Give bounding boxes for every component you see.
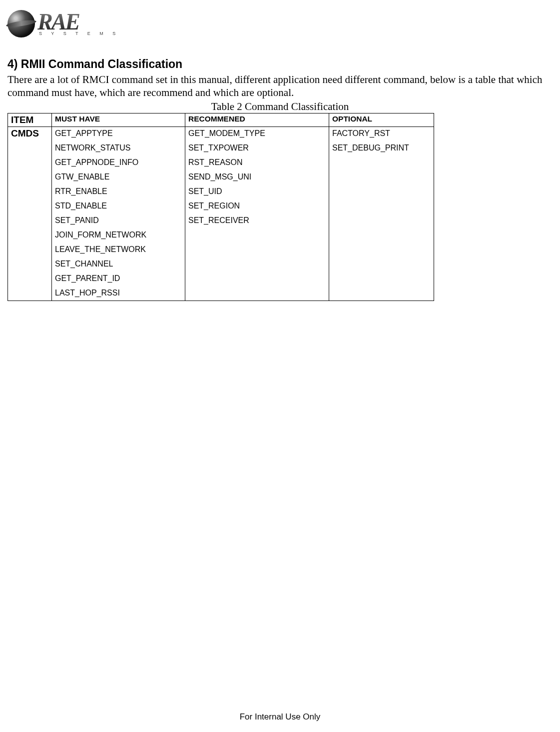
table-header-row: ITEM MUST HAVE RECOMMENED OPTIONAL — [8, 113, 434, 126]
command-item: SEND_MSG_UNI — [188, 172, 326, 182]
header-optional: OPTIONAL — [329, 113, 434, 126]
command-item: FACTORY_RST — [332, 129, 431, 138]
cell-must-have: GET_APPTYPENETWORK_STATUSGET_APPNODE_INF… — [52, 126, 185, 300]
logo: RAE S Y S T E M S — [7, 10, 553, 38]
header-must-have: MUST HAVE — [52, 113, 185, 126]
command-item: NETWORK_STATUS — [55, 144, 182, 152]
table-row: CMDS GET_APPTYPENETWORK_STATUSGET_APPNOD… — [8, 126, 434, 300]
intro-paragraph: There are a lot of RMCI command set in t… — [7, 73, 553, 100]
logo-brand-name: RAE — [37, 12, 119, 32]
command-item: SET_DEBUG_PRINT — [332, 144, 431, 152]
table-caption: Table 2 Command Classification — [7, 100, 553, 113]
command-item: SET_CHANNEL — [55, 260, 182, 268]
command-item: SET_RECEIVER — [188, 216, 326, 225]
command-item: GET_PARENT_ID — [55, 274, 182, 283]
command-item: LEAVE_THE_NETWORK — [55, 245, 182, 254]
command-item: RST_REASON — [188, 158, 326, 167]
command-item: GET_MODEM_TYPE — [188, 129, 326, 138]
command-classification-table: ITEM MUST HAVE RECOMMENED OPTIONAL CMDS … — [7, 113, 434, 301]
command-item: SET_UID — [188, 187, 326, 196]
command-item: SET_TXPOWER — [188, 144, 326, 152]
command-item: RTR_ENABLE — [55, 187, 182, 196]
command-item: LAST_HOP_RSSI — [55, 288, 182, 298]
logo-sphere-icon — [7, 10, 35, 38]
command-item: GET_APPTYPE — [55, 129, 182, 138]
section-heading: 4) RMII Command Classification — [7, 58, 553, 71]
header-recommended: RECOMMENED — [185, 113, 329, 126]
command-item: SET_REGION — [188, 202, 326, 210]
command-item: GET_APPNODE_INFO — [55, 158, 182, 167]
command-item: SET_PANID — [55, 216, 182, 225]
logo-subtitle: S Y S T E M S — [39, 31, 119, 36]
row-label-cmds: CMDS — [8, 126, 52, 300]
command-item: STD_ENABLE — [55, 202, 182, 210]
header-item: ITEM — [8, 113, 52, 126]
cell-optional: FACTORY_RSTSET_DEBUG_PRINT — [329, 126, 434, 300]
command-item: JOIN_FORM_NETWORK — [55, 230, 182, 240]
command-item: GTW_ENABLE — [55, 172, 182, 182]
cell-recommended: GET_MODEM_TYPESET_TXPOWERRST_REASONSEND_… — [185, 126, 329, 300]
